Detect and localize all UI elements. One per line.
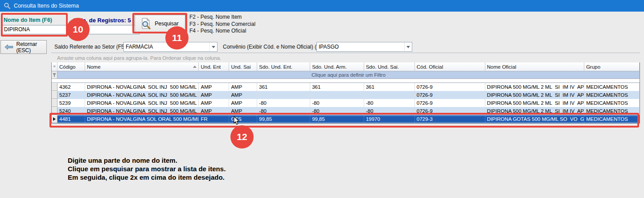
mouse-cursor-icon xyxy=(234,116,240,125)
cell[interactable]: 4362 xyxy=(57,83,85,91)
cell[interactable]: AMP xyxy=(199,83,229,91)
column-header-nome[interactable]: Nome xyxy=(85,62,199,71)
cell[interactable]: AMP xyxy=(199,91,229,99)
cell[interactable]: DIPIRONA 500 MG/ML 2 ML SI IM IV AP xyxy=(485,99,585,107)
instruction-line-2: Clique em pesquisar para mostrar a lista… xyxy=(68,165,226,173)
cell[interactable]: -80 xyxy=(364,99,415,107)
annotation-box-12 xyxy=(49,113,639,128)
row-gutter[interactable] xyxy=(52,91,57,99)
group-hint: Arraste uma coluna aqui para agrupa-la. … xyxy=(57,55,221,61)
cell[interactable]: DIPIRONA 500 MG/ML 2 ML SI IM IV AP xyxy=(485,91,585,99)
filter-hint[interactable]: Clique aqui para definir um Filtro xyxy=(57,71,640,78)
cell[interactable]: MEDICAMENTOS xyxy=(584,83,640,91)
annotation-step-11: 11 xyxy=(165,26,189,50)
column-header-c-d-oficial[interactable]: Cód. Oficial xyxy=(415,62,485,71)
cell[interactable]: AMP xyxy=(229,99,257,107)
group-by-panel[interactable]: Arraste uma coluna aqui para agrupa-la. … xyxy=(51,53,640,62)
cell[interactable]: 0726-9 xyxy=(415,91,485,99)
cell[interactable]: AMP xyxy=(229,83,257,91)
cell[interactable]: 361 xyxy=(310,83,364,91)
cell[interactable]: MEDICAMENTOS xyxy=(584,91,640,99)
column-header-sdo-und-ent-[interactable]: Sdo. Und. Ent. xyxy=(257,62,310,71)
column-header-c-digo[interactable]: Código xyxy=(57,62,85,71)
cell[interactable]: 5237 xyxy=(57,91,85,99)
cell[interactable]: DIPIRONA 500 MG/ML 2 ML SI IM IV AP xyxy=(485,83,585,91)
agreement-select[interactable]: IPASGO xyxy=(316,42,412,52)
table-row[interactable]: 4362DIPIRONA - NOVALGINA SOL INJ 500 MG/… xyxy=(52,83,640,91)
instruction-line-1: Digite uma parte do nome do item. xyxy=(68,156,226,165)
cell[interactable]: DIPIRONA - NOVALGINA SOL INJ 500 MG/ML 2… xyxy=(85,91,199,99)
cell[interactable]: 361 xyxy=(364,83,415,91)
column-header-nome-oficial[interactable]: Nome Oficial xyxy=(485,62,585,71)
annotation-step-12: 12 xyxy=(230,125,254,148)
cell[interactable]: DIPIRONA - NOVALGINA SOL INJ 500 MG/ML 2… xyxy=(85,99,199,107)
filter-funnel-icon[interactable] xyxy=(52,71,57,78)
chevron-down-icon[interactable] xyxy=(404,42,412,51)
cell[interactable] xyxy=(257,91,310,99)
gutter-header-asterisk-icon[interactable]: ✳ xyxy=(52,62,57,71)
function-key-hints: F2 - Pesq. Nome Item F3 - Pesq. Nome Com… xyxy=(189,14,255,35)
cell[interactable]: MEDICAMENTOS xyxy=(584,99,640,107)
cell[interactable] xyxy=(310,91,364,99)
agreement-label: Convênio (Exibir Cód. e Nome Oficial) (F… xyxy=(223,44,324,50)
column-header-grupo[interactable]: Grupo xyxy=(584,62,640,71)
row-gutter[interactable] xyxy=(52,83,57,91)
column-header-und-ent[interactable]: Und. Ent xyxy=(199,62,229,71)
instructions-text: Digite uma parte do nome do item. Clique… xyxy=(68,156,226,182)
arrow-left-icon xyxy=(4,44,13,50)
annotation-box-10 xyxy=(1,13,68,37)
window-title: Consulta Itens do Sistema xyxy=(14,3,79,9)
instruction-line-3: Em seguida, clique 2x em cima do item de… xyxy=(68,173,226,182)
grid-header-row[interactable]: ✳CódigoNomeUnd. EntUnd. SaiSdo. Und. Ent… xyxy=(52,62,640,71)
cell[interactable]: AMP xyxy=(229,91,257,99)
cell[interactable]: -80 xyxy=(310,99,364,107)
agreement-select-value: IPASGO xyxy=(317,44,404,50)
column-header-sdo-und-sai-[interactable]: Sdo. Und. Sai. xyxy=(364,62,415,71)
hint-f4: F4 - Pesq. Nome Oficial xyxy=(189,28,255,35)
column-header-sdo-und-arm-[interactable]: Sdo. Und. Arm. xyxy=(310,62,364,71)
hint-f2: F2 - Pesq. Nome Item xyxy=(189,14,255,21)
cell[interactable]: 361 xyxy=(257,83,310,91)
cell[interactable]: -80 xyxy=(257,99,310,107)
sector-label: Saldo Referente ao Setor (F5) xyxy=(54,44,126,50)
annotation-step-10: 10 xyxy=(66,18,90,41)
cell[interactable] xyxy=(364,91,415,99)
grid-filter-row[interactable]: Clique aqui para definir um Filtro xyxy=(52,71,640,79)
cell[interactable]: 0726-9 xyxy=(415,83,485,91)
return-button[interactable]: Retornar (ESC) xyxy=(0,40,47,54)
row-gutter[interactable] xyxy=(52,99,57,107)
return-button-label: Retornar (ESC) xyxy=(16,41,46,54)
chevron-down-icon[interactable] xyxy=(209,42,217,51)
cell[interactable]: AMP xyxy=(199,99,229,107)
column-header-und-sai[interactable]: Und. Sai xyxy=(229,62,257,71)
cell[interactable]: DIPIRONA - NOVALGINA SOL INJ 500 MG/ML 2… xyxy=(85,83,199,91)
hint-f3: F3 - Pesq. Nome Comercial xyxy=(189,21,255,28)
table-row[interactable]: 5237DIPIRONA - NOVALGINA SOL INJ 500 MG/… xyxy=(52,91,640,99)
cell[interactable]: 0726-9 xyxy=(415,99,485,107)
app-icon xyxy=(4,2,11,9)
cell[interactable]: 5239 xyxy=(57,99,85,107)
grid-separator xyxy=(52,79,640,83)
table-row[interactable]: 5239DIPIRONA - NOVALGINA SOL INJ 500 MG/… xyxy=(52,99,640,107)
sort-ascending-icon xyxy=(193,66,197,68)
title-bar: Consulta Itens do Sistema xyxy=(0,0,644,12)
sector-select-value: FARMÁCIA xyxy=(124,44,209,50)
